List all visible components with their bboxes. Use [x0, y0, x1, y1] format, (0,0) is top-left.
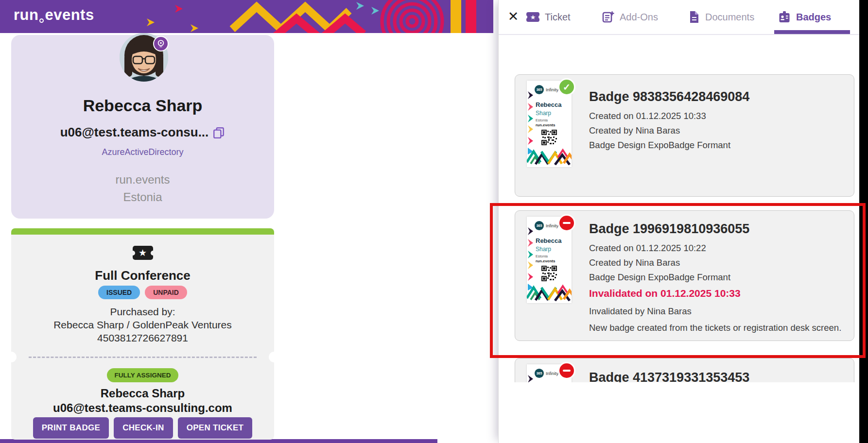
tab-add-ons[interactable]: Add-Ons [602, 0, 658, 34]
ticket-notch-right [269, 352, 279, 362]
panel-tabbar: ✕ ★ Ticket Add-Ons [499, 0, 859, 35]
logo-run-text: run [14, 6, 38, 24]
close-icon[interactable]: ✕ [504, 8, 522, 25]
tab-documents[interactable]: Documents [688, 0, 754, 34]
documents-icon [688, 11, 700, 23]
unpaid-badge: UNPAID [145, 286, 187, 299]
screen-edge-black-strip [859, 0, 868, 443]
badge-card-valid: 365 Infinity365 Rebecca Sharp Estonia ru… [515, 74, 854, 197]
ticket-perforation-divider [29, 357, 257, 358]
badge-title: Badge 9838356428469084 [589, 89, 749, 104]
badge-valid-icon: ✓ [558, 78, 575, 96]
badge-invalidated-icon [558, 362, 575, 379]
open-ticket-button[interactable]: OPEN TICKET [178, 417, 253, 439]
badge-invalidated-by: Invalidated by Nina Baras [589, 306, 692, 317]
app-header: runevents [0, 0, 493, 33]
badges-icon [778, 11, 791, 23]
issued-badge: ISSUED [98, 286, 140, 299]
app-root: runevents [0, 0, 868, 443]
webcam-icon [156, 39, 166, 49]
ticket-number: 4503812726627891 [11, 332, 274, 344]
qr-code [541, 266, 557, 281]
purchased-by-label: Purchased by: [11, 306, 274, 318]
ticket-detail-panel: ✕ ★ Ticket Add-Ons [498, 0, 859, 443]
logo-events-text: events [45, 6, 94, 24]
tab-badges[interactable]: Badges [778, 0, 831, 34]
fully-assigned-badge: FULLY ASSIGNED [107, 368, 179, 382]
tab-ticket[interactable]: ★ Ticket [526, 0, 571, 34]
ticket-icon: ★ [133, 246, 153, 260]
qr-code [541, 130, 557, 145]
attendee-email: u06@test.teams-consu... [60, 125, 209, 140]
change-photo-button[interactable] [153, 36, 169, 51]
run-events-logo[interactable]: runevents [14, 6, 94, 24]
logo-ring-icon [39, 18, 44, 23]
attendee-country: Estonia [11, 190, 274, 204]
badge-created-on: Created on 01.12.2025 10:22 [589, 241, 730, 256]
badge-meta: Created on 01.12.2025 10:22 Created by N… [589, 241, 730, 285]
ticket-name: Full Conference [11, 268, 274, 283]
badge-title: Badge 4137319331353453 [589, 370, 749, 382]
badge-design: Badge Design ExpoBadge Formant [589, 138, 730, 153]
active-tab-indicator [774, 30, 850, 34]
attendee-organization: run.events [11, 173, 274, 187]
assignee-email: u06@test.teams-consulting.com [11, 401, 274, 415]
page-bottom-decoration [0, 439, 437, 443]
ticket-tab-icon: ★ [526, 12, 539, 22]
badge-invalidated-icon [558, 214, 575, 232]
badge-created-by: Created by Nina Baras [589, 256, 730, 270]
badge-meta: Created on 01.12.2025 10:33 Created by N… [589, 109, 730, 153]
badge-card-invalidated: 365 Infinity365 Badge 4137319331353453 [515, 358, 854, 382]
directory-link[interactable]: AzureActiveDirectory [11, 147, 274, 157]
badge-invalidation-note: New badge created from the tickets or re… [589, 323, 841, 333]
badge-invalidated-on: Invalidated on 01.12.2025 10:33 [589, 288, 741, 299]
badge-created-by: Created by Nina Baras [589, 123, 730, 138]
badge-title: Badge 1996919810936055 [589, 222, 749, 237]
badge-design: Badge Design ExpoBadge Formant [589, 270, 730, 285]
purchaser-name: Rebecca Sharp / GoldenPeak Ventures [11, 319, 274, 331]
badge-created-on: Created on 01.12.2025 10:33 [589, 109, 730, 123]
ticket-status-bar [11, 228, 274, 235]
check-in-button[interactable]: CHECK-IN [114, 417, 173, 439]
ticket-card: ★ Full Conference ISSUED UNPAID Purchase… [11, 228, 274, 440]
attendee-name: Rebecca Sharp [11, 96, 274, 115]
ticket-notch-left [6, 352, 17, 362]
assignee-name: Rebecca Sharp [11, 387, 274, 400]
badge-card-invalidated: 365 Infinity365 Rebecca Sharp Estonia ru… [515, 210, 854, 341]
add-ons-icon [602, 11, 614, 23]
attendee-profile-card: Rebecca Sharp u06@test.teams-consu... Az… [11, 35, 274, 219]
badges-list: 365 Infinity365 Rebecca Sharp Estonia ru… [499, 35, 859, 382]
print-badge-button[interactable]: PRINT BADGE [33, 417, 109, 439]
copy-icon[interactable] [212, 126, 225, 139]
